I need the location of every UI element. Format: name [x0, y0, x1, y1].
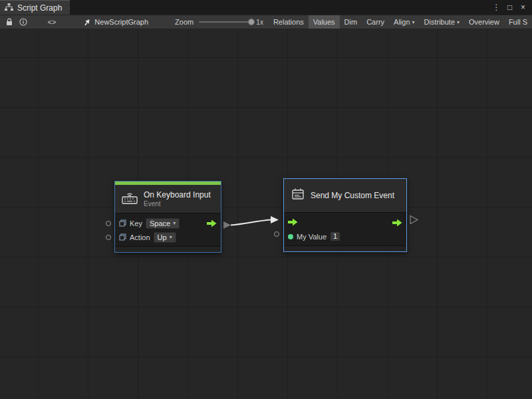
- lock-button[interactable]: [4, 16, 15, 28]
- flow-input-port[interactable]: [288, 217, 298, 229]
- script-graph-window: Script Graph ⋮ □ × <>: [0, 0, 532, 399]
- value-port-icon: [119, 217, 126, 229]
- close-button[interactable]: ×: [517, 2, 529, 13]
- window-controls: ⋮ □ ×: [491, 0, 532, 15]
- flow-arrow-icon: [392, 219, 402, 227]
- flow-row: [284, 215, 406, 229]
- code-button[interactable]: <>: [47, 16, 58, 28]
- toolbar-buttons: Relations Values Dim Carry Align ▾ Distr…: [269, 15, 532, 29]
- graph-toolbar: <> NewScriptGraph Zoom 1x Relations Valu…: [0, 15, 532, 29]
- tab-bar: Script Graph ⋮ □ ×: [0, 0, 532, 15]
- distribute-button[interactable]: Distribute ▾: [420, 15, 464, 29]
- flow-output-port[interactable]: [392, 219, 402, 227]
- node-body: Key Space ▾: [115, 213, 221, 246]
- node-subtitle: Event: [144, 200, 211, 207]
- action-dropdown-value: Up: [158, 233, 167, 241]
- port-row-action: Action Up ▾: [115, 230, 221, 244]
- distribute-label: Distribute: [424, 15, 455, 29]
- node-footer: [284, 245, 406, 251]
- node-title: Send My Custom Event: [311, 191, 394, 200]
- align-label: Align: [394, 15, 410, 29]
- flow-arrow-icon: [288, 218, 298, 226]
- fullscreen-button[interactable]: Full S: [504, 15, 532, 29]
- dim-label: Dim: [344, 15, 358, 29]
- node-footer: [115, 246, 221, 252]
- chevron-down-icon: ▾: [173, 220, 176, 226]
- port-label-key: Key: [130, 219, 142, 227]
- keyboard-input-icon: [121, 192, 138, 207]
- maximize-button[interactable]: □: [504, 2, 515, 13]
- connection-wire[interactable]: [231, 220, 271, 225]
- script-graph-icon: [5, 3, 13, 13]
- port-row-my-value: My Value 1: [284, 229, 406, 243]
- zoom-value: 1x: [256, 19, 263, 26]
- carry-label: Carry: [366, 15, 384, 29]
- custom-event-icon: [291, 188, 305, 203]
- chevron-down-icon: ▾: [170, 234, 172, 240]
- zoom-slider-track[interactable]: [199, 21, 252, 23]
- node-send-my-custom-event[interactable]: Send My Custom Event: [283, 178, 407, 252]
- key-dropdown-value: Space: [150, 219, 170, 227]
- my-value-input[interactable]: 1: [330, 231, 340, 241]
- code-icon: <>: [48, 18, 57, 26]
- info-icon: [19, 18, 27, 26]
- zoom-label: Zoom: [175, 18, 194, 26]
- value-port-icon: [119, 231, 126, 243]
- port-label-my-value: My Value: [297, 233, 327, 241]
- node-header[interactable]: Send My Custom Event: [284, 179, 406, 212]
- graph-canvas[interactable]: On Keyboard Input Event Key Space ▾: [0, 29, 532, 399]
- flow-output-port[interactable]: [207, 219, 217, 227]
- input-port-circle[interactable]: [274, 231, 279, 237]
- node-on-keyboard-input[interactable]: On Keyboard Input Event Key Space ▾: [114, 181, 221, 253]
- info-button[interactable]: [18, 16, 29, 28]
- port-row-key: Key Space ▾: [115, 216, 221, 230]
- lock-icon: [6, 18, 13, 26]
- overview-button[interactable]: Overview: [464, 15, 504, 29]
- carry-button[interactable]: Carry: [362, 15, 389, 29]
- relations-button[interactable]: Relations: [269, 15, 309, 29]
- fullscreen-label: Full S: [509, 15, 527, 29]
- port-label-action: Action: [130, 233, 150, 241]
- window-menu-button[interactable]: ⋮: [491, 2, 502, 13]
- tab-script-graph[interactable]: Script Graph: [0, 0, 70, 15]
- values-label: Values: [313, 15, 335, 29]
- values-button[interactable]: Values: [309, 15, 340, 29]
- align-button[interactable]: Align ▾: [389, 15, 419, 29]
- zoom-slider-thumb[interactable]: [248, 19, 255, 25]
- chevron-down-icon: ▾: [457, 15, 460, 29]
- value-port-dot[interactable]: [288, 234, 293, 239]
- graph-name: NewScriptGraph: [94, 18, 148, 26]
- input-port-circle[interactable]: [106, 221, 111, 226]
- graph-pointer-icon: [82, 18, 90, 26]
- flow-arrow-icon: [207, 219, 217, 227]
- input-port-circle[interactable]: [106, 235, 111, 240]
- zoom-slider[interactable]: [199, 17, 252, 27]
- graph-breadcrumb[interactable]: NewScriptGraph: [82, 18, 148, 26]
- node-body: My Value 1: [284, 212, 406, 245]
- action-dropdown[interactable]: Up ▾: [154, 232, 176, 243]
- node-header[interactable]: On Keyboard Input Event: [115, 185, 221, 213]
- tab-label: Script Graph: [17, 3, 62, 13]
- key-dropdown[interactable]: Space ▾: [146, 218, 180, 229]
- output-port-marker[interactable]: [410, 216, 418, 224]
- chevron-down-icon: ▾: [412, 15, 415, 29]
- node-title: On Keyboard Input: [144, 190, 211, 200]
- relations-label: Relations: [273, 15, 304, 29]
- dim-button[interactable]: Dim: [340, 15, 362, 29]
- overview-label: Overview: [469, 15, 499, 29]
- wires-layer: [0, 29, 532, 399]
- wire-start-cap: [223, 221, 231, 229]
- wire-arrowhead: [271, 216, 279, 223]
